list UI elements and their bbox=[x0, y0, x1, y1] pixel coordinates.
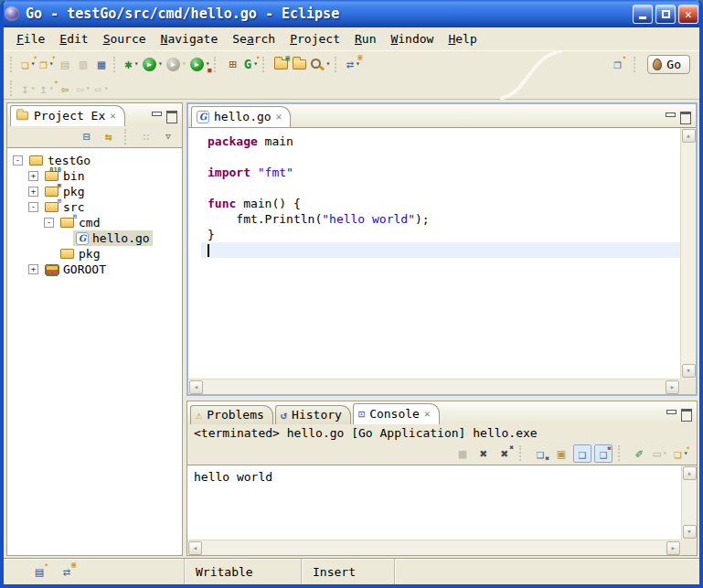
tree-item-testgo[interactable]: -testGo bbox=[7, 153, 182, 168]
menu-help[interactable]: Help bbox=[441, 30, 484, 48]
collapse-all-button[interactable]: ⊟ bbox=[78, 127, 96, 147]
remove-launch-icon: ✖ bbox=[480, 447, 487, 460]
fast-view-button[interactable]: ▤✦ bbox=[30, 561, 48, 582]
scroll-up-button[interactable]: ▴ bbox=[683, 466, 697, 480]
close-console-icon[interactable]: ✕ bbox=[424, 408, 431, 420]
menu-edit[interactable]: Edit bbox=[52, 30, 95, 48]
expand-icon[interactable]: + bbox=[28, 264, 38, 274]
scroll-right-button[interactable]: ▸ bbox=[666, 380, 679, 394]
pin-console-button[interactable]: ✐ bbox=[630, 444, 648, 463]
show-stdout-button[interactable]: ❑ bbox=[573, 444, 591, 463]
code-area[interactable]: package main import "fmt" func main() { … bbox=[188, 128, 680, 379]
tree-item-pkg[interactable]: pkg bbox=[7, 246, 182, 262]
last-edit-location-button[interactable]: ⇦✦ bbox=[56, 79, 74, 99]
tree-item-hello-go[interactable]: Ghello.go bbox=[7, 230, 182, 246]
scroll-right-button[interactable]: ▸ bbox=[666, 541, 680, 555]
debug-button[interactable]: ✱▾ bbox=[122, 54, 141, 74]
menu-run[interactable]: Run bbox=[347, 30, 383, 48]
window-close-button[interactable]: ✕ bbox=[678, 5, 698, 24]
last-edit-location-icon: ⇦ bbox=[61, 82, 69, 95]
remove-all-terminated-button[interactable]: ✖✖ bbox=[495, 444, 514, 463]
menu-project[interactable]: Project bbox=[282, 30, 347, 48]
project-explorer-view: Project Ex ✕ ⊟ ⇆ ∷ ▽ -testGo+010bin+▣pkg… bbox=[6, 102, 183, 556]
scroll-left-button[interactable]: ◂ bbox=[189, 380, 203, 394]
explorer-tab-label: Project Ex bbox=[34, 109, 105, 123]
folder-icon bbox=[60, 249, 75, 260]
tab-project-explorer[interactable]: Project Ex ✕ bbox=[10, 105, 125, 126]
menu-file[interactable]: File bbox=[9, 30, 52, 48]
sparkle-icon: ✦ bbox=[686, 444, 690, 452]
scroll-down-button[interactable]: ▾ bbox=[683, 525, 697, 539]
maximize-console-button[interactable] bbox=[680, 409, 691, 419]
tree-item-bin[interactable]: +010bin bbox=[7, 168, 182, 184]
debug-bug-icon: ✱ bbox=[124, 58, 132, 70]
workbench-area: Project Ex ✕ ⊟ ⇆ ∷ ▽ -testGo+010bin+▣pkg… bbox=[4, 100, 699, 558]
scroll-left-button[interactable]: ◂ bbox=[188, 541, 202, 555]
window-maximize-button[interactable] bbox=[655, 5, 676, 24]
menu-window[interactable]: Window bbox=[383, 30, 441, 48]
tab-history[interactable]: ↺ History bbox=[275, 405, 351, 424]
console-horizontal-scrollbar[interactable]: ◂ ▸ bbox=[187, 540, 681, 555]
collapse-icon[interactable]: - bbox=[13, 155, 23, 166]
expand-icon[interactable]: + bbox=[28, 171, 38, 181]
editor-horizontal-scrollbar[interactable]: ◂ ▸ bbox=[188, 379, 680, 394]
go-file-icon: G bbox=[76, 232, 89, 245]
open-console-button[interactable]: ❏✦▾ bbox=[672, 444, 690, 463]
scroll-up-button[interactable]: ▴ bbox=[682, 129, 696, 143]
collapse-icon[interactable]: - bbox=[28, 202, 38, 212]
maximize-view-button[interactable] bbox=[165, 111, 176, 121]
window-minimize-button[interactable] bbox=[633, 5, 653, 24]
console-content[interactable]: hello world ▴ ▾ ◂ ▸ bbox=[187, 465, 697, 555]
sync-button[interactable]: ⇄▣▾ bbox=[344, 54, 362, 74]
minimize-console-button[interactable] bbox=[666, 409, 676, 419]
problems-tab-label: Problems bbox=[207, 408, 264, 422]
main-toolbar: ❏✦▾ ❐✦▾ ▤ ▥ ▦ ✱▾ ▶▾ ▶▾ ▶■▾ ⊞ G✦▾ ▣ ▾ ⇄▣▾… bbox=[4, 50, 699, 78]
new-file-button[interactable]: ❐✦▾ bbox=[37, 54, 56, 74]
tree-item-cmd[interactable]: -⊞cmd bbox=[7, 215, 182, 230]
show-stderr-button[interactable]: ❑✖ bbox=[594, 444, 612, 463]
expand-icon[interactable]: + bbox=[28, 187, 38, 197]
collapse-icon[interactable]: - bbox=[44, 218, 54, 228]
tab-hello-go[interactable]: G hello.go ✕ bbox=[191, 106, 291, 127]
tree-label: pkg bbox=[79, 247, 100, 261]
search-button[interactable]: ▾ bbox=[308, 54, 332, 74]
new-go-element-button[interactable]: G✦▾ bbox=[241, 54, 260, 74]
menu-search[interactable]: Search bbox=[225, 30, 282, 48]
open-console-icon: ❏ bbox=[674, 447, 681, 460]
minimize-view-button[interactable] bbox=[151, 111, 162, 121]
minimize-editor-button[interactable] bbox=[665, 112, 676, 122]
tab-console[interactable]: ⊡ Console ✕ bbox=[353, 403, 440, 424]
run-button[interactable]: ▶▾ bbox=[141, 54, 165, 74]
new-wizard-button[interactable]: ❏✦▾ bbox=[19, 54, 37, 74]
tree-item-pkg[interactable]: +▣pkg bbox=[7, 184, 182, 199]
console-vertical-scrollbar[interactable]: ▴ ▾ bbox=[681, 465, 697, 540]
open-perspective-button[interactable]: ❐✦ bbox=[608, 54, 626, 74]
remove-launch-button[interactable]: ✖ bbox=[474, 444, 493, 463]
menu-source[interactable]: Source bbox=[96, 30, 154, 48]
external-tools-icon: ▶ bbox=[190, 58, 204, 71]
folder-export-button[interactable] bbox=[290, 54, 308, 74]
tab-problems[interactable]: ⚠ Problems bbox=[190, 405, 273, 424]
sync-badge-icon: ▣ bbox=[357, 54, 362, 61]
external-tools-button[interactable]: ▶■▾ bbox=[188, 54, 212, 74]
scroll-down-button[interactable]: ▾ bbox=[682, 364, 696, 378]
tree-item-goroot[interactable]: +GOROOT bbox=[7, 262, 182, 277]
close-view-icon[interactable]: ✕ bbox=[110, 110, 116, 122]
trim-stack-button[interactable]: ⇄▣ bbox=[58, 561, 76, 582]
title-bar[interactable]: Go - testGo/src/cmd/hello.go - Eclipse ✕ bbox=[0, 0, 703, 27]
menu-navigate[interactable]: Navigate bbox=[154, 30, 226, 48]
scroll-lock-button[interactable]: ▣ bbox=[552, 444, 570, 463]
view-menu-button[interactable]: ▽ bbox=[159, 127, 177, 147]
editor-vertical-scrollbar[interactable]: ▴ ▾ bbox=[680, 128, 696, 379]
print-button[interactable]: ▦ bbox=[92, 54, 111, 74]
run-icon: ▶ bbox=[143, 58, 156, 71]
maximize-editor-button[interactable] bbox=[679, 112, 690, 122]
editor-content[interactable]: package main import "fmt" func main() { … bbox=[188, 127, 696, 394]
clear-console-button[interactable]: ❏✖ bbox=[531, 444, 549, 463]
folder-import-button[interactable]: ▣ bbox=[272, 54, 290, 74]
link-with-editor-button[interactable]: ⇆ bbox=[100, 127, 118, 147]
tree-item-src[interactable]: -⊞src bbox=[7, 199, 182, 215]
new-project-button[interactable]: ⊞ bbox=[223, 54, 241, 74]
close-editor-icon[interactable]: ✕ bbox=[276, 111, 282, 123]
go-perspective-button[interactable]: Go bbox=[647, 55, 690, 74]
